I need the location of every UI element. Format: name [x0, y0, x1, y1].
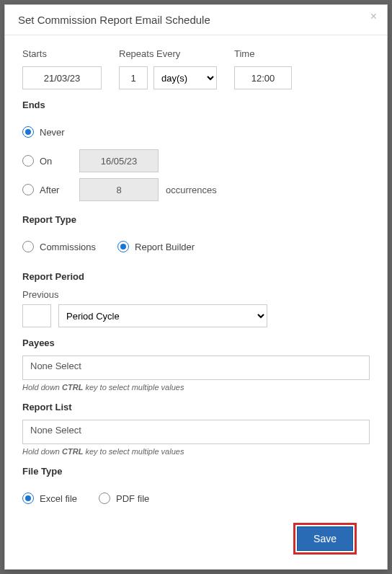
report-list-hint: Hold down CTRL key to select multiple va… — [22, 447, 370, 456]
report-period-count-input[interactable] — [22, 304, 51, 327]
report-builder-label[interactable]: Report Builder — [135, 242, 195, 252]
save-highlight: Save — [293, 523, 357, 555]
modal-header: Set Commission Report Email Schedule × — [5, 5, 387, 35]
ends-after-radio[interactable] — [22, 184, 34, 195]
pdf-radio[interactable] — [99, 493, 110, 504]
ends-on-radio[interactable] — [22, 155, 34, 167]
modal-footer: Save — [22, 513, 370, 569]
time-label: Time — [234, 48, 292, 59]
report-period-row: Period Cycle — [22, 304, 370, 327]
report-builder-radio[interactable] — [117, 241, 129, 252]
ends-label: Ends — [22, 100, 370, 110]
save-button[interactable]: Save — [297, 526, 353, 551]
ends-on-label[interactable]: On — [40, 156, 79, 167]
starts-field: Starts — [22, 48, 102, 89]
starts-input[interactable] — [22, 66, 102, 89]
occurrences-label: occurrences — [166, 185, 217, 195]
report-period-cycle-select[interactable]: Period Cycle — [58, 304, 267, 327]
schedule-row: Starts Repeats Every day(s) Time — [22, 48, 370, 89]
modal-dialog: Set Commission Report Email Schedule × S… — [4, 4, 388, 570]
time-input[interactable] — [234, 66, 292, 89]
modal-body: Starts Repeats Every day(s) Time Ends — [5, 35, 387, 569]
repeats-count-input[interactable] — [119, 66, 148, 89]
close-icon[interactable]: × — [370, 11, 377, 22]
repeats-unit-select[interactable]: day(s) — [153, 66, 217, 89]
ends-never-radio[interactable] — [22, 126, 34, 138]
previous-label: Previous — [22, 289, 370, 300]
ends-never-label[interactable]: Never — [40, 127, 65, 138]
ends-never-row: Never — [22, 118, 370, 146]
repeats-field: Repeats Every day(s) — [119, 48, 217, 89]
report-list-select[interactable]: None Select — [22, 420, 370, 444]
file-type-row: Excel file PDF file — [22, 484, 370, 513]
ends-on-row: On — [22, 146, 370, 175]
repeats-label: Repeats Every — [119, 48, 217, 59]
pdf-label[interactable]: PDF file — [116, 493, 149, 504]
ends-after-row: After occurrences — [22, 175, 370, 204]
payees-hint: Hold down CTRL key to select multiple va… — [22, 383, 370, 392]
ends-on-date-input[interactable] — [79, 149, 159, 172]
report-type-row: Commissions Report Builder — [22, 232, 370, 261]
file-type-label: File Type — [22, 466, 370, 477]
report-type-label: Report Type — [22, 214, 370, 225]
commissions-radio[interactable] — [22, 241, 34, 252]
ends-after-count-input[interactable] — [79, 178, 159, 201]
report-list-label: Report List — [22, 402, 370, 412]
payees-label: Payees — [22, 337, 370, 348]
excel-radio[interactable] — [22, 493, 34, 504]
starts-label: Starts — [22, 48, 102, 59]
modal-title: Set Commission Report Email Schedule — [18, 14, 210, 26]
ends-after-label[interactable]: After — [40, 185, 79, 195]
time-field: Time — [234, 48, 292, 89]
commissions-label[interactable]: Commissions — [40, 242, 96, 252]
report-period-label: Report Period — [22, 271, 370, 282]
payees-select[interactable]: None Select — [22, 356, 370, 380]
excel-label[interactable]: Excel file — [40, 493, 77, 504]
